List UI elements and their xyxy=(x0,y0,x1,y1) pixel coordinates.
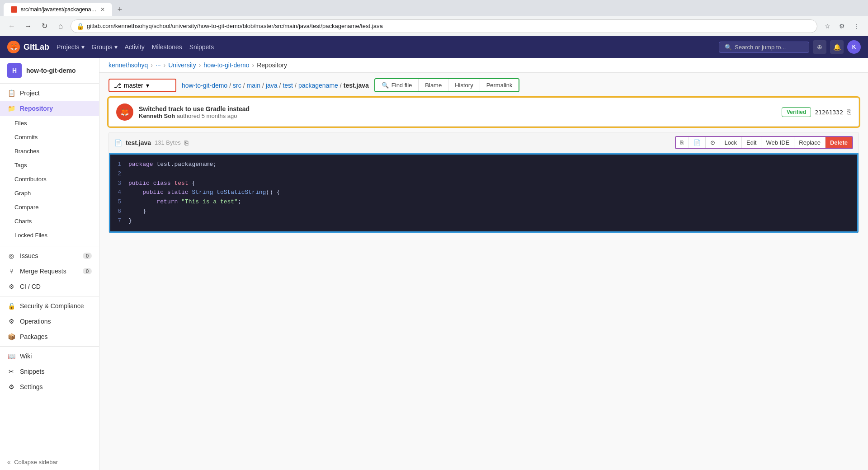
lock-button[interactable]: Lock xyxy=(720,137,742,148)
new-item-button[interactable]: ⊕ xyxy=(813,40,826,54)
sidebar-item-contributors[interactable]: Contributors xyxy=(0,172,99,186)
tab-close-button[interactable]: ✕ xyxy=(100,6,105,13)
nav-groups-chevron: ▾ xyxy=(114,43,118,51)
sidebar-item-locked-files[interactable]: Locked Files xyxy=(0,228,99,242)
edit-button[interactable]: Edit xyxy=(742,137,761,148)
commit-info: Switched track to use Gradle instead Ken… xyxy=(139,105,776,119)
sidebar-item-commits[interactable]: Commits xyxy=(0,130,99,144)
blame-label: Blame xyxy=(425,82,442,89)
line-code: public static String toStaticString() { xyxy=(128,188,857,197)
gitlab-logo[interactable]: 🦊 GitLab xyxy=(7,41,49,53)
search-placeholder: Search or jump to... xyxy=(735,44,786,51)
sidebar-item-label: Project xyxy=(20,89,40,97)
sidebar-divider-1 xyxy=(0,246,99,246)
sidebar-item-files[interactable]: Files xyxy=(0,116,99,130)
file-viewer-actions: ⎘ 📄 ⊙ Lock Edit Web IDE Replace Delete xyxy=(675,136,853,149)
sidebar-item-wiki[interactable]: 📖 Wiki xyxy=(0,348,99,364)
search-box[interactable]: 🔍 Search or jump to... xyxy=(719,42,809,53)
blame-file-btn[interactable]: ⊙ xyxy=(706,137,720,148)
path-how-to-git-demo[interactable]: how-to-git-demo xyxy=(182,82,227,89)
line-number: 5 xyxy=(110,197,128,207)
path-src[interactable]: src xyxy=(233,82,241,89)
extensions-button[interactable]: ⚙ xyxy=(835,20,848,33)
user-avatar[interactable]: K xyxy=(847,40,861,54)
web-ide-button[interactable]: Web IDE xyxy=(761,137,794,148)
sidebar-item-compare[interactable]: Compare xyxy=(0,200,99,214)
search-icon: 🔍 xyxy=(382,82,389,89)
breadcrumb-ellipsis[interactable]: ··· xyxy=(156,61,161,69)
path-java[interactable]: java xyxy=(266,82,278,89)
sidebar-item-operations[interactable]: ⚙ Operations xyxy=(0,314,99,329)
nav-snippets[interactable]: Snippets xyxy=(189,43,214,51)
project-icon: 📋 xyxy=(7,89,15,97)
copy-file-path-button[interactable]: ⎘ xyxy=(184,139,188,146)
path-main[interactable]: main xyxy=(247,82,260,89)
sidebar-item-packages[interactable]: 📦 Packages xyxy=(0,329,99,344)
sidebar-item-label: Security & Compliance xyxy=(20,302,84,310)
path-packagename[interactable]: packagename xyxy=(298,82,338,89)
sidebar-item-issues[interactable]: ◎ Issues 0 xyxy=(0,248,99,263)
sidebar-item-charts[interactable]: Charts xyxy=(0,214,99,228)
new-tab-button[interactable]: + xyxy=(113,3,127,16)
collapse-sidebar-button[interactable]: « Collapse sidebar xyxy=(0,454,99,470)
forward-button[interactable]: → xyxy=(22,20,34,33)
collapse-label: Collapse sidebar xyxy=(14,459,58,465)
bookmark-button[interactable]: ☆ xyxy=(821,20,834,33)
nav-activity-label: Activity xyxy=(125,43,145,51)
permalink-button[interactable]: Permalink xyxy=(480,79,519,91)
delete-button[interactable]: Delete xyxy=(826,137,852,148)
ssl-lock-icon: 🔒 xyxy=(76,23,84,30)
breadcrumb: kennethsohyq › ··· › University › how-to… xyxy=(99,58,868,73)
sidebar-item-label: Charts xyxy=(14,218,32,225)
home-button[interactable]: ⌂ xyxy=(54,20,67,33)
sidebar-item-repository[interactable]: 📁 Repository xyxy=(0,101,99,116)
gitlab-wordmark: GitLab xyxy=(24,42,49,52)
sidebar-item-ci-cd[interactable]: ⚙ CI / CD xyxy=(0,279,99,294)
sidebar-item-security[interactable]: 🔒 Security & Compliance xyxy=(0,298,99,314)
blame-button[interactable]: Blame xyxy=(419,79,448,91)
verified-badge[interactable]: Verified xyxy=(782,107,811,117)
address-bar[interactable]: 🔒 gitlab.com/kennethsohyq/school/univers… xyxy=(71,19,817,33)
sidebar-item-branches[interactable]: Branches xyxy=(0,144,99,158)
nav-projects[interactable]: Projects ▾ xyxy=(57,43,85,51)
breadcrumb-kennethsohyq[interactable]: kennethsohyq xyxy=(108,61,148,69)
find-file-button[interactable]: 🔍 Find file xyxy=(375,79,419,91)
sidebar-item-project[interactable]: 📋 Project xyxy=(0,85,99,101)
branch-selector[interactable]: ⎇ master ▾ xyxy=(108,79,176,92)
sidebar-item-settings[interactable]: ⚙ Settings xyxy=(0,379,99,395)
more-button[interactable]: ⋮ xyxy=(850,20,863,33)
sidebar-item-label: Branches xyxy=(14,148,39,155)
commit-author-name: Kenneth Soh xyxy=(139,113,175,119)
issues-icon: ◎ xyxy=(7,252,15,260)
code-line-1: 1 package test.packagename; xyxy=(110,160,857,169)
commit-right: Verified 21261332 ⎘ xyxy=(782,107,851,117)
sidebar-item-tags[interactable]: Tags xyxy=(0,158,99,172)
replace-button[interactable]: Replace xyxy=(794,137,826,148)
breadcrumb-how-to-git-demo[interactable]: how-to-git-demo xyxy=(203,61,249,69)
sidebar-item-graph[interactable]: Graph xyxy=(0,186,99,200)
nav-activity[interactable]: Activity xyxy=(125,43,145,51)
breadcrumb-university[interactable]: University xyxy=(168,61,196,69)
search-icon: 🔍 xyxy=(725,44,732,51)
copy-commit-hash-button[interactable]: ⎘ xyxy=(847,108,851,116)
raw-btn[interactable]: 📄 xyxy=(689,137,706,148)
merge-requests-badge: 0 xyxy=(83,268,92,274)
issues-badge: 0 xyxy=(83,253,92,259)
nav-snippets-label: Snippets xyxy=(189,43,214,51)
notifications-button[interactable]: 🔔 xyxy=(830,40,844,54)
history-button[interactable]: History xyxy=(448,79,480,91)
reload-button[interactable]: ↻ xyxy=(38,20,51,33)
sidebar-item-snippets[interactable]: ✂ Snippets xyxy=(0,364,99,379)
path-test[interactable]: test xyxy=(283,82,293,89)
page-content: kennethsohyq › ··· › University › how-to… xyxy=(99,58,868,470)
history-label: History xyxy=(455,82,473,89)
active-tab[interactable]: src/main/java/test/packagenam... ✕ xyxy=(4,3,112,16)
back-button[interactable]: ← xyxy=(5,20,18,33)
copy-btn[interactable]: ⎘ xyxy=(676,137,689,148)
nav-groups[interactable]: Groups ▾ xyxy=(92,43,118,51)
project-header: H how-to-git-demo xyxy=(0,58,99,84)
sidebar-item-merge-requests[interactable]: ⑂ Merge Requests 0 xyxy=(0,263,99,279)
branch-name: master xyxy=(124,82,143,89)
nav-milestones[interactable]: Milestones xyxy=(152,43,182,51)
project-avatar: H xyxy=(7,63,22,78)
